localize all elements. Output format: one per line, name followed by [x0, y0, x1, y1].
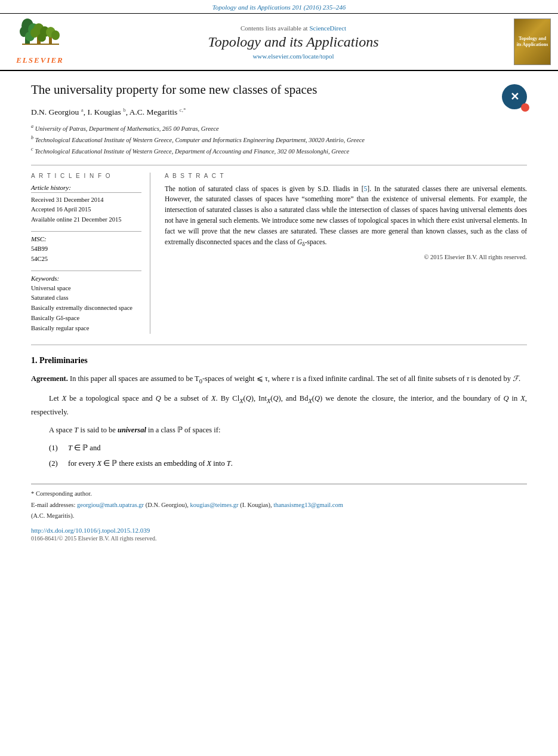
section-divider	[31, 345, 527, 345]
contents-available-line: Contents lists available at ScienceDirec…	[79, 24, 508, 32]
article-info-col: A R T I C L E I N F O Article history: R…	[31, 173, 150, 334]
doi-link[interactable]: http://dx.doi.org/10.1016/j.topol.2015.1…	[31, 527, 150, 534]
abstract-heading: A B S T R A C T	[165, 173, 527, 179]
journal-header-top: Topology and its Applications 201 (2016)…	[0, 0, 558, 14]
publisher-header: ELSEVIER Contents lists available at Sci…	[0, 14, 558, 71]
abstract-text: The notion of saturated class of spaces …	[165, 184, 527, 249]
list-item-1: (1) T ∈ ℙ and	[49, 442, 527, 454]
list-text-2: for every X ∈ ℙ there exists an embeddin…	[68, 457, 233, 469]
article-info-heading: A R T I C L E I N F O	[31, 173, 141, 179]
affiliation-b: b Technological Educational Institute of…	[31, 134, 527, 145]
email-3-name-line: (A.C. Megaritis).	[31, 511, 527, 521]
elsevier-wordmark: ELSEVIER	[16, 56, 64, 65]
doi-line: http://dx.doi.org/10.1016/j.topol.2015.1…	[31, 527, 527, 534]
list-num-1: (1)	[49, 442, 61, 454]
author-2: I. Kougias b	[88, 107, 126, 116]
definition-list: (1) T ∈ ℙ and (2) for every X ∈ ℙ there …	[49, 442, 527, 469]
footnote-emails: E-mail addresses: georgiou@math.upatras.…	[31, 500, 527, 510]
keywords-label: Keywords:	[31, 275, 141, 282]
affiliation-a: a University of Patras, Department of Ma…	[31, 123, 527, 133]
article-title: The universality property for some new c…	[31, 82, 527, 98]
journal-main-title: Topology and its Applications	[79, 34, 508, 50]
email-1-name: (D.N. Georgiou)	[146, 502, 187, 508]
body-para-2: Let X be a topological space and Q be a …	[31, 392, 527, 418]
svg-point-8	[30, 28, 39, 38]
keyword-2: Saturated class	[31, 293, 141, 303]
sciencedirect-link[interactable]: ScienceDirect	[309, 24, 346, 32]
affiliations: a University of Patras, Department of Ma…	[31, 123, 527, 156]
keywords-block: Keywords: Universal space Saturated clas…	[31, 271, 141, 334]
author-1: D.N. Georgiou a	[31, 107, 84, 116]
elsevier-logo: ELSEVIER	[7, 19, 73, 65]
received-date: Received 31 December 2014	[31, 195, 141, 205]
list-num-2: (2)	[49, 457, 61, 469]
footnote-area: * Corresponding author. E-mail addresses…	[31, 484, 527, 542]
copyright-line: © 2015 Elsevier B.V. All rights reserved…	[165, 254, 527, 260]
authors-line: D.N. Georgiou a, I. Kougias b, A.C. Mega…	[31, 106, 527, 117]
available-date: Available online 21 December 2015	[31, 215, 141, 225]
keyword-1: Universal space	[31, 284, 141, 294]
section-1-title: 1. Preliminaries	[31, 356, 527, 365]
keyword-5: Basically regular space	[31, 324, 141, 334]
author-3: A.C. Megaritis c,*	[130, 107, 186, 116]
svg-point-9	[38, 33, 46, 42]
agreement-paragraph: Agreement. In this paper all spaces are …	[31, 373, 527, 386]
footnote-corresponding: * Corresponding author.	[31, 489, 527, 499]
keyword-4: Basically Gδ-space	[31, 314, 141, 324]
svg-point-12	[51, 30, 60, 40]
journal-url: www.elsevier.com/locate/topol	[79, 53, 508, 60]
list-item-2: (2) for every X ∈ ℙ there exists an embe…	[49, 457, 527, 469]
msc-block: MSC: 54B99 54C25	[31, 231, 141, 265]
issn-copyright: 0166-8641/© 2015 Elsevier B.V. All right…	[31, 535, 527, 542]
msc-code-2: 54C25	[31, 254, 141, 265]
email-2-link[interactable]: kougias@teimes.gr	[190, 502, 239, 508]
email-3-link[interactable]: thanasismeg13@gmail.com	[273, 502, 343, 508]
email-2-name: (I. Kougias)	[240, 502, 270, 508]
article-history-label: Article history:	[31, 184, 141, 193]
journal-citation: Topology and its Applications 201 (2016)…	[212, 4, 346, 11]
list-text-1: T ∈ ℙ and	[68, 442, 100, 454]
svg-rect-13	[22, 44, 59, 45]
body-para-3: A space T is said to be universal in a c…	[31, 424, 527, 436]
affiliation-c: c Technological Educational Institute of…	[31, 146, 527, 156]
abstract-col: A B S T R A C T The notion of saturated …	[165, 173, 527, 334]
keyword-3: Basically extremally disconnected space	[31, 303, 141, 314]
msc-code-1: 54B99	[31, 244, 141, 254]
elsevier-tree-icon	[19, 19, 61, 54]
email-1-link[interactable]: georgiou@math.upatras.gr	[77, 502, 144, 508]
msc-label: MSC:	[31, 235, 141, 242]
journal-cover: Topology and its Applications	[514, 19, 551, 65]
accepted-date: Accepted 16 April 2015	[31, 205, 141, 215]
journal-title-block: Contents lists available at ScienceDirec…	[79, 24, 508, 60]
crossmark-badge[interactable]: ✕	[502, 84, 527, 109]
